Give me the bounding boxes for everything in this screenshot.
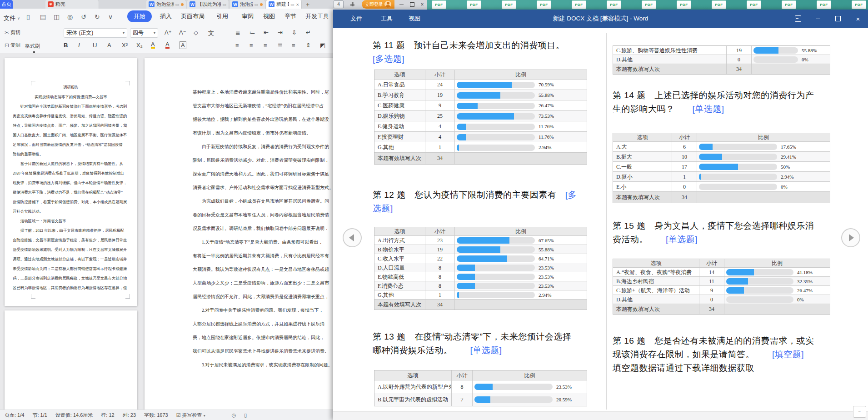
wps-file-menu[interactable]: 文件 ∨ xyxy=(4,14,20,22)
pdf-file-icon[interactable]: PDF xyxy=(467,0,481,9)
pdf-file-icon[interactable]: PDF xyxy=(677,0,691,9)
wps-close-button[interactable]: × xyxy=(417,0,427,9)
ribbon-tab-章节[interactable]: 章节 xyxy=(284,12,296,20)
distribute-icon[interactable]: ≡ xyxy=(292,42,295,49)
pdf-file-icon[interactable]: PDF xyxy=(432,0,446,9)
sort-icon[interactable]: ⇩ xyxy=(292,29,297,36)
more-commands-icon[interactable]: ∨ xyxy=(108,13,113,20)
word-page-right[interactable]: C.旅游、购物等普通娱乐性性消费1955.88%D.其他00%本题有效填写人次3… xyxy=(608,28,865,411)
login-label: 立即登录 xyxy=(365,1,383,8)
word-menu-2[interactable]: 工具 xyxy=(381,10,393,28)
open-icon[interactable]: ▤ xyxy=(40,13,46,20)
ribbon-tab-插入[interactable]: 插入 xyxy=(160,12,172,20)
numbering-icon[interactable]: ≔ xyxy=(249,29,255,36)
status-item-5[interactable]: 列: 23 xyxy=(123,412,136,419)
ribbon-tab-引用[interactable]: 引用 xyxy=(216,12,228,20)
underline-icon[interactable]: U xyxy=(93,42,97,49)
wps-tab-5[interactable]: W新建 DOC▭× xyxy=(266,0,302,9)
justify-icon[interactable]: ≣ xyxy=(278,42,283,49)
next-page-button[interactable] xyxy=(841,228,860,247)
align-left-icon[interactable]: ≡ xyxy=(235,42,239,49)
new-file-icon[interactable]: ▯ xyxy=(26,13,30,20)
phonetic-icon[interactable]: 文 xyxy=(208,29,214,37)
wrap-mark-icon[interactable]: ↵ xyxy=(306,29,311,36)
format-painter-button[interactable]: 格式刷 xyxy=(25,43,40,50)
pdf-file-icon[interactable]: PDF xyxy=(502,0,516,9)
word-minimize-button[interactable] xyxy=(808,10,828,28)
shrink-font-icon[interactable]: A⁻ xyxy=(179,29,186,36)
bullets-icon[interactable]: ≣ xyxy=(235,29,240,36)
superscript-icon[interactable]: X² xyxy=(122,42,128,49)
word-restore-button[interactable] xyxy=(828,10,848,28)
wps-minimize-button[interactable] xyxy=(396,0,406,9)
pdf-file-icon[interactable]: PDF xyxy=(712,0,726,9)
tab-close-icon[interactable]: × xyxy=(296,2,299,7)
wps-tab-4[interactable]: W泡泡堂队形▭ xyxy=(230,0,265,9)
clock-icon[interactable]: ◷ xyxy=(232,412,236,418)
redo-icon[interactable]: ↻ xyxy=(95,13,100,20)
word-page-left[interactable]: 第 11 题 预计自己未来会增加支出的消费项目。[多选题]选项小计比例A.日常食… xyxy=(347,28,601,411)
word-close-button[interactable]: × xyxy=(848,10,868,28)
undo-icon[interactable]: ↺ xyxy=(81,13,86,20)
pdf-file-icon[interactable]: PDF xyxy=(572,0,586,9)
pdf-file-icon[interactable]: PDF xyxy=(852,0,866,9)
word-menu-1[interactable]: 文件 xyxy=(350,10,362,28)
indent-icon[interactable]: ⇥ xyxy=(278,29,283,36)
wps-tab-2[interactable]: W泡泡堂新闻▭ xyxy=(146,0,186,9)
highlight-icon[interactable]: A xyxy=(151,42,155,49)
wps-doc-page-1[interactable]: 调研报告实现疫情动态清零下如何促进消费—文昌市 针对我国在全球第四轮新冠疫情流行… xyxy=(5,58,137,306)
wps-tab-3[interactable]: W【以此为准】▭ xyxy=(187,0,229,9)
align-center-icon[interactable]: ≡ xyxy=(249,42,253,49)
ribbon-tab-审阅[interactable]: 审阅 xyxy=(242,12,254,20)
corner-widget[interactable]: ≡ xyxy=(853,406,866,418)
new-tab-button[interactable]: + xyxy=(304,0,312,9)
pdf-file-icon[interactable]: PDF xyxy=(537,0,551,9)
ribbon-tab-页面布局[interactable]: 页面布局 xyxy=(181,12,205,20)
copy-button[interactable]: ⊡ 复制 xyxy=(5,42,20,49)
line-spacing-icon[interactable]: ⇕ xyxy=(306,42,311,49)
ribbon-tab-视图[interactable]: 视图 xyxy=(263,12,275,20)
align-right-icon[interactable]: ≡ xyxy=(264,42,267,49)
wps-home-tab[interactable]: 首页 xyxy=(0,0,13,9)
print-preview-icon[interactable]: ◎ xyxy=(67,13,73,20)
clear-format-icon[interactable]: ◇ xyxy=(194,29,198,36)
shading-icon[interactable]: ◩ xyxy=(320,42,325,49)
wps-doc-page-3[interactable] xyxy=(5,310,137,410)
login-button[interactable]: 立即登录 xyxy=(362,0,394,9)
bold-icon[interactable]: B xyxy=(64,42,68,49)
apps-grid-icon[interactable] xyxy=(347,0,357,8)
word-menu-3[interactable]: 视图 xyxy=(409,10,420,28)
outdent-icon[interactable]: ⇤ xyxy=(264,29,269,36)
italic-icon[interactable]: I xyxy=(78,42,80,49)
previous-page-button[interactable] xyxy=(343,228,362,247)
pdf-file-icon[interactable]: PDF xyxy=(747,0,761,9)
font-size-select[interactable]: 四号▾ xyxy=(130,28,158,38)
status-item-1[interactable]: 页面: 1/4 xyxy=(5,412,24,419)
pdf-file-icon[interactable]: PDF xyxy=(642,0,656,9)
cut-button[interactable]: ✂ 剪切 xyxy=(5,29,20,36)
ribbon-tab-开始[interactable]: 开始 xyxy=(127,10,152,22)
status-item-4[interactable]: 行: 12 xyxy=(101,412,114,419)
font-name-select[interactable]: 宋体 (正文)▾ xyxy=(64,28,127,38)
status-item-3[interactable]: 设置值: 14.6厘米 xyxy=(55,412,93,419)
subscript-icon[interactable]: X₂ xyxy=(136,42,143,49)
pdf-file-icon[interactable]: PDF xyxy=(782,0,796,9)
cell-option: 本题有效填写人次 xyxy=(613,192,672,203)
wps-maximize-button[interactable] xyxy=(407,0,417,9)
pdf-file-icon[interactable]: PDF xyxy=(607,0,621,9)
status-item-2[interactable]: 节: 1/1 xyxy=(32,412,47,419)
page-view-icon[interactable]: ▯ xyxy=(244,412,247,418)
grow-font-icon[interactable]: A⁺ xyxy=(165,29,172,36)
reading-toolbar-icon[interactable] xyxy=(788,10,808,28)
split-view-icon[interactable]: 4 xyxy=(334,0,344,8)
spellcheck-toggle[interactable]: ☑ 拼写检查 ▾ xyxy=(176,412,205,419)
word-title-bar[interactable]: 新建 DOCX 文档 [兼容模式] - Word 文件工具视图 × xyxy=(333,10,868,28)
char-shading-icon[interactable]: A xyxy=(180,42,186,49)
pdf-file-icon[interactable]: PDF xyxy=(817,0,831,9)
ribbon-tab-开发工具[interactable]: 开发工具 xyxy=(305,12,329,20)
char-border-icon[interactable]: A xyxy=(107,42,111,49)
print-icon[interactable]: ◫ xyxy=(54,13,60,20)
status-item-6[interactable]: 字数: 1673 xyxy=(144,412,168,419)
font-color-icon[interactable]: A xyxy=(165,42,170,49)
wps-tab-1[interactable]: ❋稻壳 xyxy=(45,0,99,9)
